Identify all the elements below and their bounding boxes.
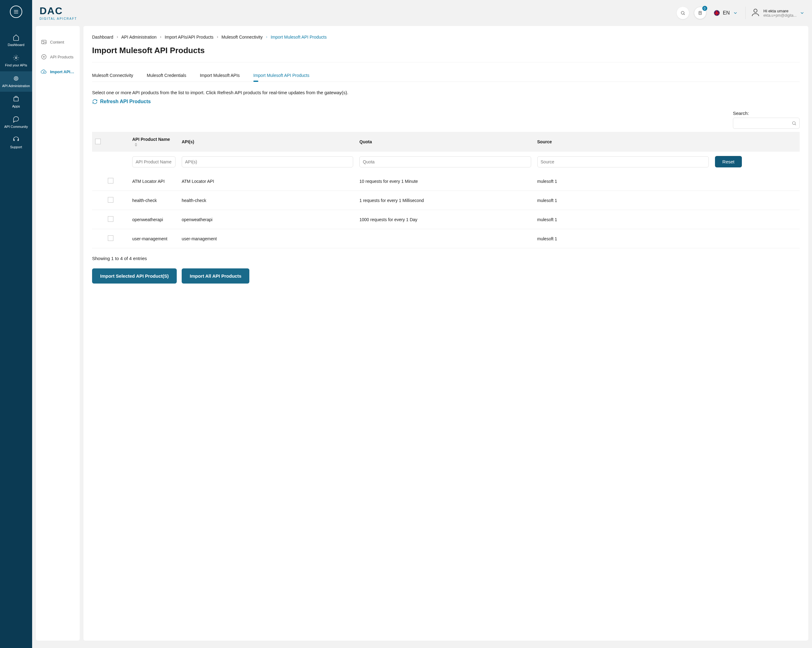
filter-source-input[interactable]	[537, 156, 709, 168]
sidebar-item-content[interactable]: Content	[36, 35, 80, 49]
breadcrumb: Dashboard API Administration Import APIs…	[92, 35, 800, 40]
row-checkbox[interactable]	[108, 216, 113, 222]
cell-quota: 10 requests for every 1 Minute	[356, 172, 534, 191]
sidebar-item-api-products[interactable]: API Products	[36, 49, 80, 64]
api-icon	[41, 54, 47, 60]
hamburger-icon	[13, 9, 19, 15]
col-header-apis[interactable]: API(s)	[182, 139, 194, 144]
col-header-quota[interactable]: Quota	[359, 139, 372, 144]
cell-apis: openweatherapi	[179, 210, 356, 229]
filter-quota-input[interactable]	[359, 156, 531, 168]
cell-name: user-management	[129, 229, 179, 249]
image-icon	[41, 39, 47, 45]
box-icon	[13, 95, 20, 102]
table-row: ATM Locator APIATM Locator API10 request…	[92, 172, 800, 191]
rail-item-community[interactable]: API Community	[0, 112, 32, 133]
table-footer-text: Showing 1 to 4 of 4 entries	[92, 256, 800, 261]
cell-name: health-check	[129, 191, 179, 210]
svg-point-9	[792, 122, 795, 125]
col-header-name[interactable]: API Product Name	[132, 137, 170, 142]
language-selector[interactable]: EN	[711, 10, 740, 16]
filter-name-input[interactable]	[132, 156, 176, 168]
chevron-right-icon	[216, 35, 219, 39]
divider	[745, 7, 746, 19]
refresh-icon	[92, 99, 98, 104]
cell-quota: 1 requests for every 1 Millisecond	[356, 191, 534, 210]
row-checkbox[interactable]	[108, 178, 113, 183]
rail-item-apps[interactable]: Apps	[0, 92, 32, 112]
cell-name: openweatherapi	[129, 210, 179, 229]
search-input[interactable]	[733, 118, 800, 129]
rail-label: Find your APIs	[5, 63, 27, 67]
reset-button[interactable]: Reset	[715, 156, 742, 168]
cell-apis: health-check	[179, 191, 356, 210]
refresh-label: Refresh API Products	[100, 99, 151, 104]
svg-point-3	[681, 11, 684, 14]
rail-item-find-apis[interactable]: Find your APIs	[0, 51, 32, 71]
lang-code: EN	[723, 10, 730, 16]
cell-apis: ATM Locator API	[179, 172, 356, 191]
logo-sub: DIGITAL APICRAFT	[40, 17, 77, 20]
tab-connectivity[interactable]: Mulesoft Connectivity	[92, 69, 133, 82]
table-row: user-managementuser-managementmulesoft 1	[92, 229, 800, 249]
house-icon	[13, 34, 20, 41]
gear-icon	[13, 54, 20, 61]
clipboard-icon	[698, 11, 703, 15]
rail-item-support[interactable]: Support	[0, 133, 32, 153]
rail-item-api-admin[interactable]: API Administration	[0, 71, 32, 92]
user-greeting: Hi ekta umare	[763, 9, 797, 13]
svg-point-0	[15, 57, 17, 59]
sidebar-item-import-apis[interactable]: Import APIs / ...	[36, 64, 80, 79]
notifications-button[interactable]: 0	[694, 7, 706, 19]
crumb-mulesoft[interactable]: Mulesoft Connectivity	[221, 35, 263, 40]
crumb-api-admin[interactable]: API Administration	[121, 35, 157, 40]
rail-label: Support	[10, 145, 22, 149]
table-row: openweatherapiopenweatherapi1000 request…	[92, 210, 800, 229]
logo[interactable]: DAC DIGITAL APICRAFT	[40, 6, 77, 20]
svg-point-5	[754, 9, 757, 12]
description-text: Select one or more API products from the…	[92, 90, 800, 95]
rail-item-dashboard[interactable]: Dashboard	[0, 30, 32, 51]
import-all-button[interactable]: Import All API Products	[182, 268, 249, 284]
svg-point-7	[43, 41, 44, 42]
import-selected-button[interactable]: Import Selected API Product(S)	[92, 268, 177, 284]
crumb-dashboard[interactable]: Dashboard	[92, 35, 113, 40]
notification-badge: 0	[702, 6, 707, 11]
page-title: Import Mulesoft API Products	[92, 46, 800, 63]
sidebar-label: API Products	[50, 55, 73, 59]
user-menu[interactable]: Hi ekta umare ekta.u+pm@digita...	[751, 8, 804, 18]
tab-credentials[interactable]: Mulesoft Credentials	[147, 69, 186, 82]
search-label: Search:	[733, 111, 800, 116]
chevron-down-icon	[733, 11, 738, 15]
cloud-download-icon	[41, 69, 47, 75]
header-search-button[interactable]	[677, 7, 689, 19]
filter-apis-input[interactable]	[182, 156, 353, 168]
sidebar-label: Import APIs / ...	[50, 70, 75, 74]
refresh-button[interactable]: Refresh API Products	[92, 99, 151, 104]
cell-source: mulesoft 1	[534, 172, 712, 191]
search-icon	[792, 121, 797, 126]
sort-icon[interactable]	[135, 143, 137, 147]
sidebar-label: Content	[50, 40, 64, 44]
cell-quota: 1000 requests for every 1 Day	[356, 210, 534, 229]
flag-icon	[714, 10, 720, 16]
crumb-import[interactable]: Import APIs/API Products	[165, 35, 214, 40]
svg-rect-2	[14, 97, 18, 101]
row-checkbox[interactable]	[108, 235, 113, 241]
rail-label: Apps	[12, 104, 20, 108]
col-header-source[interactable]: Source	[537, 139, 552, 144]
chevron-right-icon	[116, 35, 119, 39]
headset-icon	[13, 136, 20, 143]
tab-import-apis[interactable]: Import Mulesoft APIs	[200, 69, 240, 82]
select-all-checkbox[interactable]	[95, 139, 101, 144]
row-checkbox[interactable]	[108, 197, 113, 203]
rail-label: Dashboard	[8, 43, 24, 47]
menu-toggle[interactable]	[10, 6, 22, 18]
tab-import-products[interactable]: Import Mulesoft API Products	[253, 69, 309, 82]
gear-icon	[13, 75, 20, 82]
chevron-down-icon	[800, 11, 804, 15]
user-email: ekta.u+pm@digita...	[763, 13, 797, 18]
rail-label: API Administration	[2, 84, 30, 88]
cell-source: mulesoft 1	[534, 229, 712, 249]
cell-name: ATM Locator API	[129, 172, 179, 191]
